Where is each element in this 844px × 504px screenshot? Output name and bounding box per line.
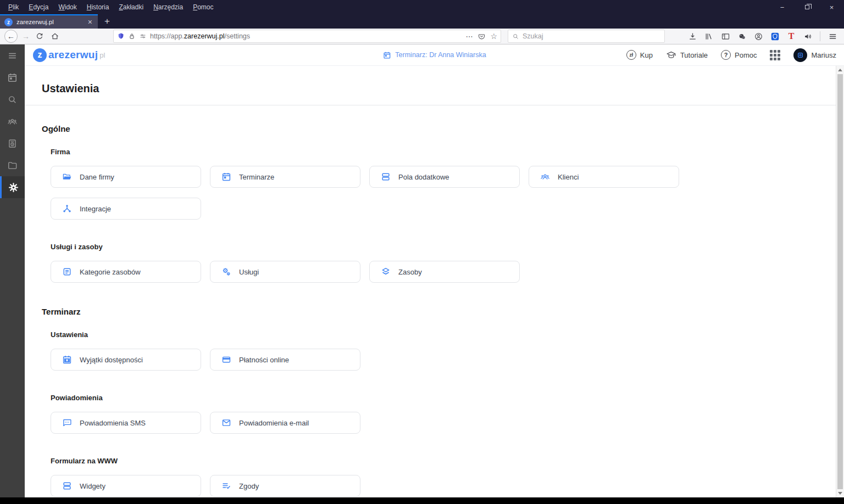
permissions-icon[interactable] bbox=[139, 32, 147, 40]
page-scrollbar[interactable] bbox=[836, 66, 844, 497]
sidebar-toggle-icon[interactable] bbox=[718, 30, 732, 43]
settings-card-dane-firmy[interactable]: Dane firmy bbox=[51, 166, 201, 188]
speaker-icon[interactable] bbox=[801, 30, 815, 43]
menu-edycja[interactable]: Edycja bbox=[24, 1, 53, 13]
group-title: Firma bbox=[51, 148, 828, 156]
settings-card-widgety[interactable]: Widgety bbox=[51, 475, 201, 497]
calendar-icon bbox=[221, 172, 231, 182]
card-label: Zasoby bbox=[398, 268, 422, 276]
schedule-banner[interactable]: Terminarz: Dr Anna Winiarska bbox=[382, 51, 486, 59]
url-text[interactable]: https://app.zarezerwuj.pl/settings bbox=[150, 32, 462, 40]
apps-grid-icon[interactable] bbox=[770, 50, 780, 60]
home-button[interactable] bbox=[49, 30, 61, 42]
settings-card-uslugi[interactable]: Usługi bbox=[210, 261, 360, 283]
settings-card-wyjatki-dostepnosci[interactable]: Wyjątki dostępności bbox=[51, 349, 201, 371]
graduation-cap-icon bbox=[666, 50, 676, 60]
menu-plik[interactable]: Plik bbox=[3, 1, 24, 13]
lock-icon[interactable] bbox=[128, 32, 136, 40]
bookmark-star-icon[interactable]: ☆ bbox=[490, 32, 497, 41]
bitwarden-icon[interactable] bbox=[768, 30, 782, 43]
settings-card-integracje[interactable]: Integracje bbox=[51, 198, 201, 220]
settings-card-zasoby[interactable]: Zasoby bbox=[369, 261, 520, 283]
sidebar-item-menu[interactable] bbox=[0, 44, 25, 66]
extension-ball-icon[interactable] bbox=[735, 30, 749, 43]
tutorials-button[interactable]: Tutoriale bbox=[666, 50, 708, 60]
calendar-icon bbox=[382, 51, 391, 59]
close-button[interactable]: × bbox=[819, 0, 844, 14]
card-label: Integracje bbox=[80, 205, 111, 213]
forward-button[interactable]: → bbox=[20, 32, 32, 41]
settings-card-kategorie-zasobow[interactable]: Kategorie zasobów bbox=[51, 261, 201, 283]
settings-card-powiadomienia-sms[interactable]: Powiadomienia SMS bbox=[51, 412, 201, 434]
reload-button[interactable] bbox=[34, 30, 46, 42]
group-powiadomienia: Powiadomienia Powiadomienia SMS Powiadom… bbox=[51, 394, 828, 434]
sidebar-item-clients[interactable] bbox=[0, 110, 25, 132]
minimize-button[interactable]: − bbox=[770, 0, 795, 14]
tab-zarezerwuj[interactable]: z zarezerwuj.pl × bbox=[0, 14, 98, 29]
help-button[interactable]: ? Pomoc bbox=[721, 50, 757, 60]
calendar-busy-icon bbox=[62, 355, 72, 365]
list-check-icon bbox=[221, 481, 231, 491]
library-icon[interactable] bbox=[702, 30, 716, 43]
restore-icon bbox=[805, 5, 809, 9]
account-icon[interactable] bbox=[751, 30, 765, 43]
group-firma: Firma Dane firmy Terminarze bbox=[51, 148, 828, 220]
user-menu[interactable]: Mariusz bbox=[793, 48, 836, 62]
settings-card-pola-dodatkowe[interactable]: Pola dodatkowe bbox=[369, 166, 520, 188]
sidebar-item-invoices[interactable] bbox=[0, 132, 25, 154]
back-button[interactable]: ← bbox=[4, 30, 18, 43]
settings-page: Ustawienia Ogólne Firma Dane firmy bbox=[25, 66, 844, 497]
restore-button[interactable] bbox=[795, 0, 819, 14]
logo-tld: pl bbox=[99, 51, 105, 59]
sidebar-item-calendar[interactable] bbox=[0, 66, 25, 88]
bottom-black-bar bbox=[0, 497, 844, 504]
folder-open-icon bbox=[62, 172, 72, 182]
settings-card-powiadomienia-email[interactable]: Powiadomienia e-mail bbox=[210, 412, 360, 434]
page-actions-icon[interactable]: ⋯ bbox=[465, 32, 473, 41]
menu-historia[interactable]: Historia bbox=[82, 1, 114, 13]
menu-zakladki[interactable]: Zakładki bbox=[114, 1, 148, 13]
group-title: Powiadomienia bbox=[51, 394, 828, 402]
header-actions: zł Kup Tutoriale ? Pomoc Mariusz bbox=[626, 48, 836, 62]
app-logo[interactable]: z arezerwuj pl bbox=[33, 48, 105, 62]
menu-widok[interactable]: Widok bbox=[53, 1, 81, 13]
scroll-down-icon[interactable] bbox=[838, 492, 842, 495]
sidebar-item-settings[interactable] bbox=[0, 176, 25, 198]
app-header: z arezerwuj pl Terminarz: Dr Anna Winiar… bbox=[25, 44, 844, 66]
settings-card-klienci[interactable]: Klienci bbox=[529, 166, 679, 188]
settings-card-zgody[interactable]: Zgody bbox=[210, 475, 360, 497]
group-title: Usługi i zasoby bbox=[51, 243, 828, 251]
card-label: Dane firmy bbox=[80, 173, 114, 181]
card-label: Pola dodatkowe bbox=[398, 173, 449, 181]
browser-menubar: Plik Edycja Widok Historia Zakładki Narz… bbox=[0, 0, 844, 14]
scroll-up-icon[interactable] bbox=[838, 69, 842, 71]
url-path: /settings bbox=[225, 32, 251, 40]
search-bar[interactable] bbox=[508, 30, 665, 43]
search-input[interactable] bbox=[523, 32, 660, 40]
tutorials-label: Tutoriale bbox=[680, 51, 708, 59]
scrollbar-thumb[interactable] bbox=[837, 74, 843, 489]
help-label: Pomoc bbox=[735, 51, 757, 59]
card-label: Płatności online bbox=[239, 356, 289, 364]
sidebar-item-files[interactable] bbox=[0, 154, 25, 176]
tracking-protection-shield-icon[interactable] bbox=[117, 32, 125, 40]
menu-narzedzia[interactable]: Narzędzia bbox=[148, 1, 188, 13]
buy-button[interactable]: zł Kup bbox=[626, 50, 653, 60]
document-clock-icon bbox=[7, 138, 18, 149]
settings-card-platnosci-online[interactable]: Płatności online bbox=[210, 349, 360, 371]
settings-card-terminarze[interactable]: Terminarze bbox=[210, 166, 360, 188]
firefox-menu-icon[interactable] bbox=[825, 30, 840, 43]
new-tab-button[interactable]: + bbox=[98, 14, 116, 29]
t-extension-icon[interactable]: T bbox=[784, 30, 798, 43]
logo-z-icon: z bbox=[33, 48, 47, 62]
layers-icon bbox=[381, 267, 391, 277]
url-domain: zarezerwuj.pl bbox=[184, 32, 225, 40]
url-bar[interactable]: https://app.zarezerwuj.pl/settings ⋯ ☆ bbox=[113, 30, 501, 43]
gears-icon bbox=[221, 267, 231, 277]
pocket-icon[interactable] bbox=[477, 32, 486, 41]
sidebar-item-search[interactable] bbox=[0, 88, 25, 110]
menu-pomoc[interactable]: Pomoc bbox=[188, 1, 218, 13]
tab-close-icon[interactable]: × bbox=[87, 18, 93, 26]
clients-group-icon bbox=[540, 172, 550, 182]
downloads-icon[interactable] bbox=[685, 30, 699, 43]
